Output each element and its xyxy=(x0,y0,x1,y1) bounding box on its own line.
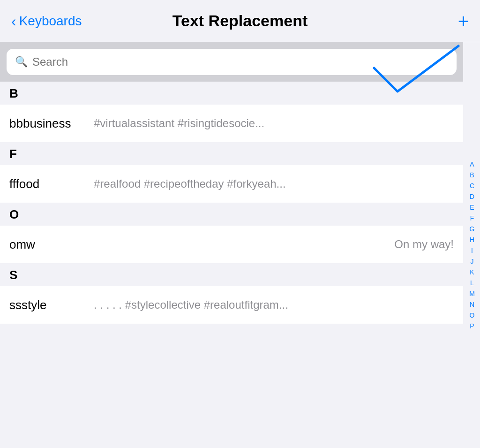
alpha-i[interactable]: I xyxy=(469,245,475,256)
section-letter-b: B xyxy=(9,86,18,100)
header: ‹ Keyboards Text Replacement + xyxy=(0,0,480,42)
chevron-left-icon: ‹ xyxy=(11,14,16,29)
alpha-b[interactable]: B xyxy=(468,170,476,181)
add-button[interactable]: + xyxy=(458,12,469,30)
alpha-n[interactable]: N xyxy=(468,299,476,310)
rows-group-f: fffood #realfood #recipeoftheday #forkye… xyxy=(0,165,463,203)
section-header-s: S xyxy=(0,263,463,286)
phrase-bbbusiness: #virtualassistant #risingtidesocie... xyxy=(94,117,454,130)
alpha-o[interactable]: O xyxy=(468,310,477,321)
back-label: Keyboards xyxy=(19,14,82,29)
shortcut-ssstyle: ssstyle xyxy=(9,298,94,312)
alpha-c[interactable]: C xyxy=(468,181,476,191)
search-icon: 🔍 xyxy=(15,56,28,68)
alphabet-index: A B C D E F G H I J K L M N O P xyxy=(464,42,480,448)
list-item[interactable]: bbbusiness #virtualassistant #risingtide… xyxy=(0,105,463,142)
search-wrapper: 🔍 xyxy=(0,42,463,82)
shortcut-fffood: fffood xyxy=(9,177,94,191)
shortcut-bbbusiness: bbbusiness xyxy=(9,116,94,131)
search-input[interactable] xyxy=(32,55,448,68)
shortcut-omw: omw xyxy=(9,237,94,252)
section-header-o: O xyxy=(0,203,463,226)
alpha-d[interactable]: D xyxy=(468,191,476,202)
list-item[interactable]: ssstyle . . . . . #stylecollective #real… xyxy=(0,286,463,324)
list-item[interactable]: fffood #realfood #recipeoftheday #forkye… xyxy=(0,165,463,203)
section-header-b: B xyxy=(0,82,463,105)
rows-group-s: ssstyle . . . . . #stylecollective #real… xyxy=(0,286,463,324)
alpha-j[interactable]: J xyxy=(469,256,476,267)
content-area: 🔍 B bbbusiness #virtualassistant #rising… xyxy=(0,42,463,448)
alpha-f[interactable]: F xyxy=(468,213,476,224)
rows-group-o: omw On my way! xyxy=(0,226,463,263)
alpha-k[interactable]: K xyxy=(468,267,476,278)
section-letter-s: S xyxy=(9,268,17,282)
section-header-f: F xyxy=(0,142,463,165)
alpha-h[interactable]: H xyxy=(468,235,476,245)
alpha-m[interactable]: M xyxy=(467,289,477,299)
search-box: 🔍 xyxy=(7,49,457,75)
section-letter-o: O xyxy=(9,207,19,221)
alpha-g[interactable]: G xyxy=(468,224,477,235)
rows-group-b: bbbusiness #virtualassistant #risingtide… xyxy=(0,105,463,142)
phrase-omw: On my way! xyxy=(94,238,454,251)
phrase-fffood: #realfood #recipeoftheday #forkyeah... xyxy=(94,177,454,190)
list-item[interactable]: omw On my way! xyxy=(0,226,463,263)
page-title: Text Replacement xyxy=(172,12,308,30)
alpha-l[interactable]: L xyxy=(468,278,476,289)
section-letter-f: F xyxy=(9,147,17,161)
phrase-ssstyle: . . . . . #stylecollective #realoutfitgr… xyxy=(94,298,454,311)
alpha-a[interactable]: A xyxy=(468,159,476,170)
alpha-e[interactable]: E xyxy=(468,202,476,213)
back-button[interactable]: ‹ Keyboards xyxy=(11,14,82,29)
alpha-p[interactable]: P xyxy=(468,321,476,332)
